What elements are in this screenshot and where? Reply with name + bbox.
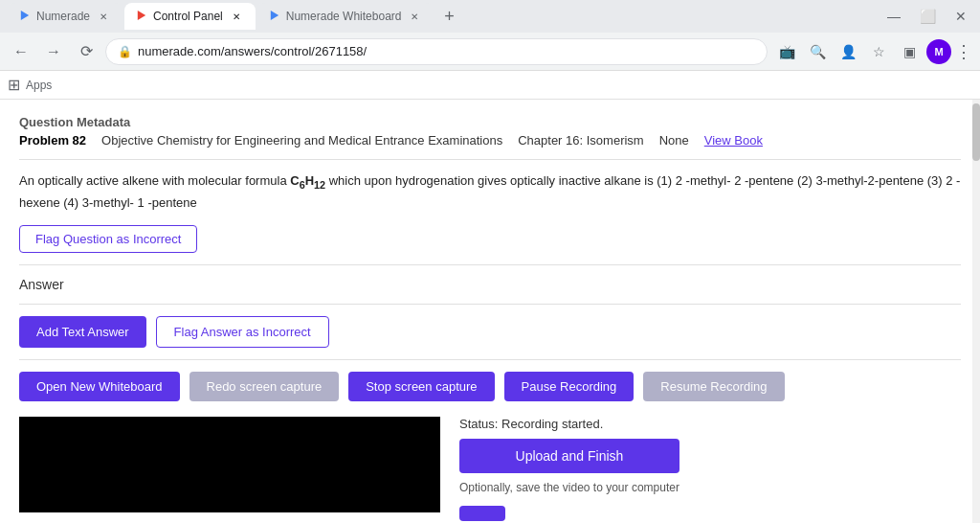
new-tab-button[interactable]: +: [435, 3, 462, 30]
tab-bar: Numerade ✕ Control Panel ✕ Numerade Whit…: [0, 0, 980, 33]
browser-window: Numerade ✕ Control Panel ✕ Numerade Whit…: [0, 0, 980, 523]
minimize-button[interactable]: —: [881, 7, 906, 26]
tab-whiteboard-close[interactable]: ✕: [407, 9, 422, 24]
problem-none: None: [659, 133, 689, 148]
maximize-button[interactable]: ⬜: [914, 7, 942, 26]
divider-3: [19, 304, 961, 305]
scrollbar-track[interactable]: [972, 100, 980, 523]
open-whiteboard-button[interactable]: Open New Whiteboard: [19, 372, 180, 401]
problem-subject: Objective Chemistry for Engineering and …: [101, 133, 502, 148]
search-icon[interactable]: 🔍: [804, 38, 831, 65]
apps-bar: ⊞ Apps: [0, 71, 980, 100]
divider-1: [19, 159, 961, 160]
video-preview: [19, 417, 440, 512]
back-button[interactable]: ←: [8, 38, 34, 65]
address-actions: 📺 🔍 👤 ☆ ▣ M ⋮: [773, 38, 972, 65]
reload-button[interactable]: ⟳: [73, 38, 100, 65]
resume-recording-button: Resume Recording: [643, 372, 784, 401]
question-text: An optically active alkene with molecula…: [19, 171, 961, 214]
whiteboard-favicon: [269, 9, 280, 25]
flag-answer-button[interactable]: Flag Answer as Incorrect: [156, 316, 329, 348]
menu-button[interactable]: ⋮: [955, 41, 972, 62]
flag-question-button[interactable]: Flag Question as Incorrect: [19, 225, 197, 253]
tab-numerade[interactable]: Numerade ✕: [8, 3, 122, 30]
tab-control-panel[interactable]: Control Panel ✕: [124, 3, 256, 30]
save-video-button[interactable]: [459, 506, 505, 521]
optional-save-text: Optionally, save the video to your compu…: [459, 481, 679, 494]
answer-action-row: Add Text Answer Flag Answer as Incorrect: [19, 316, 961, 348]
problem-row: Problem 82 Objective Chemistry for Engin…: [19, 133, 961, 148]
recording-controls-row: Open New Whiteboard Redo screen capture …: [19, 372, 961, 401]
add-text-answer-button[interactable]: Add Text Answer: [19, 316, 146, 348]
content-bottom: Status: Recording started. Upload and Fi…: [19, 417, 961, 521]
control-panel-favicon: [136, 9, 147, 25]
address-bar: ← → ⟳ 🔒 numerade.com/answers/control/267…: [0, 33, 980, 71]
status-text: Status: Recording started.: [459, 417, 679, 431]
url-bar[interactable]: 🔒 numerade.com/answers/control/2671158/: [105, 38, 768, 65]
problem-number: Problem 82: [19, 133, 86, 148]
view-book-link[interactable]: View Book: [704, 133, 763, 148]
scrollbar-thumb[interactable]: [972, 103, 980, 161]
divider-2: [19, 264, 961, 265]
tab-whiteboard[interactable]: Numerade Whiteboard ✕: [257, 3, 434, 30]
apps-label: Apps: [26, 79, 52, 92]
tab-control-panel-close[interactable]: ✕: [229, 9, 244, 24]
numerade-favicon: [19, 9, 31, 25]
url-text: numerade.com/answers/control/2671158/: [138, 44, 367, 58]
profile-icon[interactable]: 👤: [835, 38, 861, 65]
pause-recording-button[interactable]: Pause Recording: [504, 372, 635, 401]
tab-numerade-label: Numerade: [36, 10, 90, 23]
apps-grid-icon[interactable]: ⊞: [8, 76, 20, 94]
answer-section-title: Answer: [19, 277, 961, 292]
redo-capture-button: Redo screen capture: [189, 372, 340, 401]
stop-capture-button[interactable]: Stop screen capture: [348, 372, 494, 401]
profile-avatar[interactable]: M: [926, 39, 951, 64]
tab-numerade-close[interactable]: ✕: [96, 9, 111, 24]
problem-chapter: Chapter 16: Isomerism: [518, 133, 644, 148]
upload-panel: Status: Recording started. Upload and Fi…: [459, 417, 679, 521]
lock-icon: 🔒: [118, 45, 132, 58]
star-icon[interactable]: ☆: [865, 38, 892, 65]
window-controls: — ⬜ ✕: [881, 7, 972, 26]
upload-finish-button[interactable]: Upload and Finish: [459, 439, 679, 473]
forward-button[interactable]: →: [40, 38, 67, 65]
cast-icon[interactable]: 📺: [773, 38, 800, 65]
page-content: Question Metadata Problem 82 Objective C…: [0, 100, 980, 523]
section-title: Question Metadata: [19, 115, 961, 129]
tab-whiteboard-label: Numerade Whiteboard: [286, 10, 402, 23]
tab-control-panel-label: Control Panel: [153, 10, 223, 23]
divider-4: [19, 359, 961, 360]
close-button[interactable]: ✕: [949, 7, 972, 26]
sidebar-icon[interactable]: ▣: [896, 38, 923, 65]
